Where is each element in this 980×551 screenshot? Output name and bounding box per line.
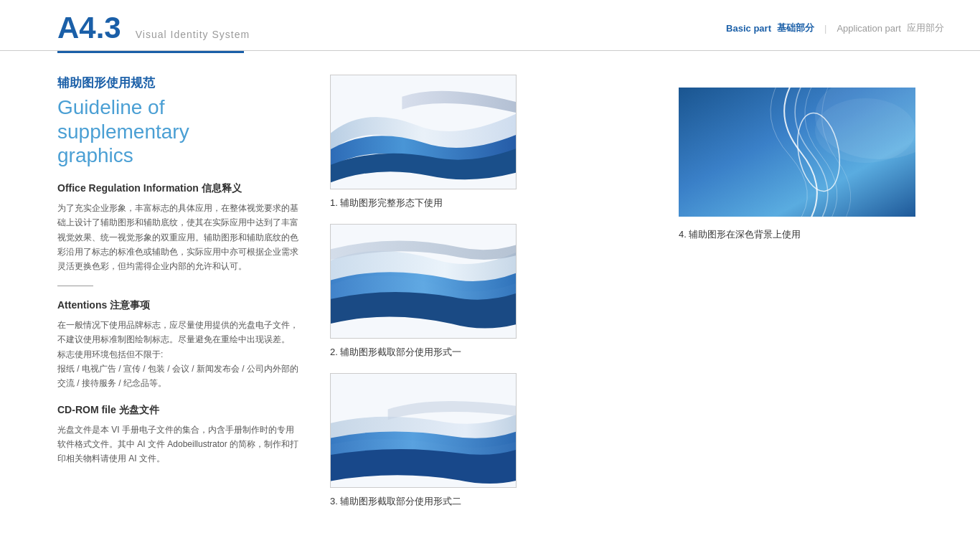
info-heading-3: CD-ROM file 光盘文件 [57,404,301,417]
info-heading-2: Attentions 注意事项 [57,299,301,312]
nav-basic-en[interactable]: Basic part [726,23,771,34]
caption-4: 4. 辅助图形在深色背景上使用 [679,228,923,241]
nav-basic-cn[interactable]: 基础部分 [777,22,814,34]
nav-app-cn[interactable]: 应用部分 [907,22,944,34]
info-text-2: 在一般情况下使用品牌标志，应尽量使用提供的光盘电子文件，不建议使用标准制图绘制标… [57,318,301,391]
section-en-line1: Guideline of supplementary [57,96,189,143]
section-title-en: Guideline of supplementary graphics [57,95,301,168]
subtitle: Visual Identity System [136,29,250,40]
graphic-box-1 [330,75,517,189]
header: A4.3 Visual Identity System Basic part 基… [0,0,980,51]
caption-3: 3. 辅助图形截取部分使用形式二 [330,495,650,508]
section-en-line2: graphics [57,144,133,166]
divider [57,286,93,286]
logo: A4.3 [57,13,121,43]
header-nav: Basic part 基础部分 | Application part 应用部分 [726,22,944,34]
info-text-3: 光盘文件是本 VI 手册电子文件的集合，内含手册制作时的专用软件格式文件。其中 … [57,423,301,466]
caption-1: 1. 辅助图形完整形态下使用 [330,197,650,209]
graphic-box-2 [330,224,517,339]
left-column: 辅助图形使用规范 Guideline of supplementary grap… [57,75,301,522]
dark-graphic-box [679,88,915,217]
caption-2: 2. 辅助图形截取部分使用形式一 [330,346,650,359]
info-heading-1: Office Regulation Information 信息释义 [57,182,301,195]
nav-divider: | [824,23,826,34]
nav-app-en[interactable]: Application part [837,23,901,34]
middle-column: 1. 辅助图形完整形态下使用 [330,75,650,522]
svg-point-5 [815,98,915,163]
info-text-1: 为了充实企业形象，丰富标志的具体应用，在整体视觉要求的基础上设计了辅助图形和辅助… [57,201,301,274]
section-title-cn: 辅助图形使用规范 [57,75,301,91]
main-content: 辅助图形使用规范 Guideline of supplementary grap… [0,53,980,544]
right-column: 4. 辅助图形在深色背景上使用 [679,75,923,522]
graphic-box-3 [330,373,517,488]
header-left: A4.3 Visual Identity System [57,13,250,43]
